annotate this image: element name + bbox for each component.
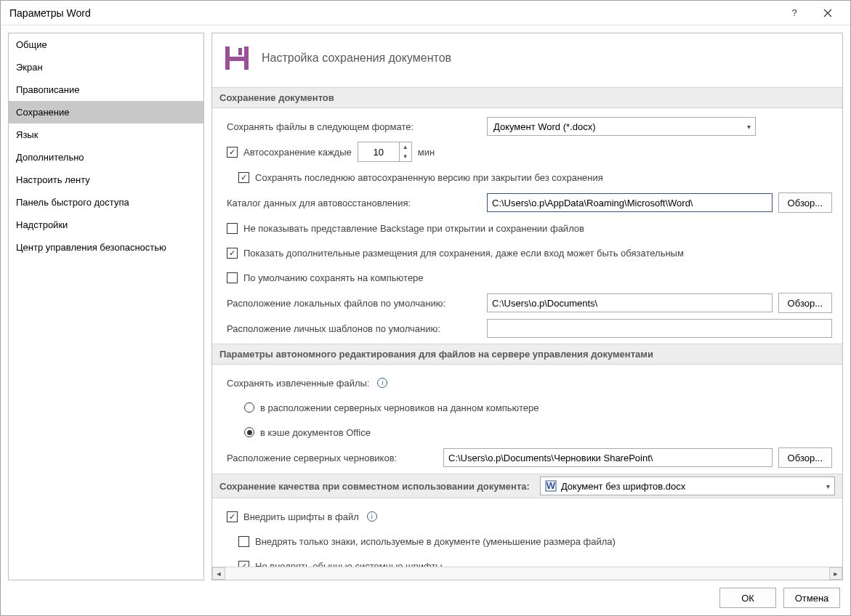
no-backstage-checkbox[interactable]	[227, 223, 238, 234]
ok-button[interactable]: ОК	[719, 588, 776, 608]
sidebar-item-2[interactable]: Правописание	[9, 78, 203, 101]
autosave-minutes-input[interactable]	[358, 142, 399, 161]
content-panel: Настройка сохранения документов Сохранен…	[211, 33, 843, 580]
sharing-quality-label: Сохранение качества при совместном испол…	[219, 481, 530, 492]
autosave-checkbox[interactable]	[227, 147, 238, 158]
horizontal-scrollbar[interactable]: ◄ ►	[212, 567, 842, 580]
spinner-up-icon[interactable]: ▲	[400, 142, 411, 152]
sidebar-item-4[interactable]: Язык	[9, 123, 203, 146]
dialog-body: ОбщиеЭкранПравописаниеСохранениеЯзыкДопо…	[1, 25, 850, 580]
server-drafts-location-radio[interactable]	[244, 402, 254, 413]
dialog-title: Параметры Word	[9, 7, 778, 19]
sidebar-item-0[interactable]: Общие	[9, 33, 203, 56]
keep-last-autosave-label: Сохранять последнюю автосохраненную верс…	[255, 172, 603, 183]
save-to-computer-checkbox[interactable]	[227, 272, 238, 283]
sidebar-item-1[interactable]: Экран	[9, 56, 203, 78]
save-checked-out-label: Сохранять извлеченные файлы:	[227, 378, 369, 389]
word-doc-icon: W	[545, 480, 557, 492]
section-offline-editing: Параметры автономного редактирования для…	[212, 344, 842, 365]
svg-rect-3	[230, 61, 244, 70]
help-button[interactable]: ?	[778, 1, 811, 25]
info-icon[interactable]: i	[377, 378, 387, 388]
document-select[interactable]: W Документ без шрифтов.docx	[540, 477, 835, 495]
default-local-browse-button[interactable]: Обзор...	[778, 293, 832, 313]
save-format-value: Документ Word (*.docx)	[493, 121, 596, 132]
autorecover-browse-button[interactable]: Обзор...	[778, 192, 832, 213]
save-icon	[222, 44, 251, 73]
autorecover-path-input[interactable]	[487, 193, 773, 212]
embed-subset-checkbox[interactable]	[238, 536, 249, 547]
show-additional-places-checkbox[interactable]	[227, 248, 238, 259]
no-system-fonts-label: Не внедрять обычные системные шрифты	[255, 561, 443, 567]
sidebar: ОбщиеЭкранПравописаниеСохранениеЯзыкДопо…	[8, 33, 204, 580]
personal-templates-input[interactable]	[487, 319, 832, 338]
autosave-unit-label: мин	[418, 147, 435, 158]
svg-rect-2	[238, 48, 242, 55]
show-additional-places-label: Показать дополнительные размещения для с…	[243, 248, 684, 259]
spinner-down-icon[interactable]: ▼	[400, 152, 411, 161]
server-drafts-path-label: Расположение серверных черновиков:	[227, 453, 437, 463]
personal-templates-label: Расположение личных шаблонов по умолчани…	[227, 323, 481, 334]
embed-subset-label: Внедрять только знаки, используемые в до…	[255, 536, 616, 547]
autosave-label: Автосохранение каждые	[243, 147, 352, 158]
no-system-fonts-checkbox[interactable]	[238, 561, 249, 567]
page-title: Настройка сохранения документов	[262, 52, 451, 65]
server-drafts-browse-button[interactable]: Обзор...	[778, 447, 832, 468]
scroll-track[interactable]	[225, 567, 829, 580]
content-scroll[interactable]: Настройка сохранения документов Сохранен…	[212, 33, 842, 567]
svg-text:W: W	[547, 480, 556, 491]
titlebar: Параметры Word ?	[1, 1, 850, 25]
sidebar-item-8[interactable]: Надстройки	[9, 214, 203, 236]
sidebar-item-6[interactable]: Настроить ленту	[9, 169, 203, 191]
default-local-path-input[interactable]	[487, 293, 773, 312]
keep-last-autosave-checkbox[interactable]	[238, 172, 249, 183]
save-format-label: Сохранять файлы в следующем формате:	[227, 121, 481, 132]
sidebar-item-7[interactable]: Панель быстрого доступа	[9, 191, 203, 214]
cancel-button[interactable]: Отмена	[783, 588, 840, 608]
document-select-value: Документ без шрифтов.docx	[561, 481, 685, 492]
section-sharing-quality: Сохранение качества при совместном испол…	[212, 474, 842, 498]
info-icon[interactable]: i	[367, 511, 377, 522]
sidebar-item-9[interactable]: Центр управления безопасностью	[9, 236, 203, 259]
word-options-dialog: Параметры Word ? ОбщиеЭкранПравописаниеС…	[0, 0, 851, 616]
server-drafts-location-label: в расположении серверных черновиков на д…	[260, 402, 539, 413]
embed-fonts-checkbox[interactable]	[227, 511, 238, 522]
close-icon	[823, 9, 832, 17]
sidebar-item-5[interactable]: Дополнительно	[9, 146, 203, 169]
save-to-computer-label: По умолчанию сохранять на компьютере	[243, 272, 424, 283]
close-button[interactable]	[811, 1, 844, 25]
scroll-right-icon[interactable]: ►	[829, 567, 842, 580]
sidebar-item-3[interactable]: Сохранение	[9, 101, 203, 123]
office-document-cache-label: в кэше документов Office	[260, 427, 371, 438]
scroll-left-icon[interactable]: ◄	[212, 567, 225, 580]
dialog-footer: ОК Отмена	[1, 580, 850, 615]
save-format-select[interactable]: Документ Word (*.docx)	[487, 117, 756, 136]
embed-fonts-label: Внедрить шрифты в файл	[243, 511, 359, 522]
autosave-minutes-spinner[interactable]: ▲ ▼	[358, 142, 412, 162]
server-drafts-path-input[interactable]	[443, 448, 773, 467]
section-save-documents: Сохранение документов	[212, 87, 842, 108]
no-backstage-label: Не показывать представление Backstage пр…	[243, 223, 584, 234]
autorecover-path-label: Каталог данных для автовосстановления:	[227, 198, 481, 208]
page-header: Настройка сохранения документов	[222, 44, 832, 73]
office-document-cache-radio[interactable]	[244, 427, 254, 437]
default-local-path-label: Расположение локальных файлов по умолчан…	[227, 298, 481, 309]
